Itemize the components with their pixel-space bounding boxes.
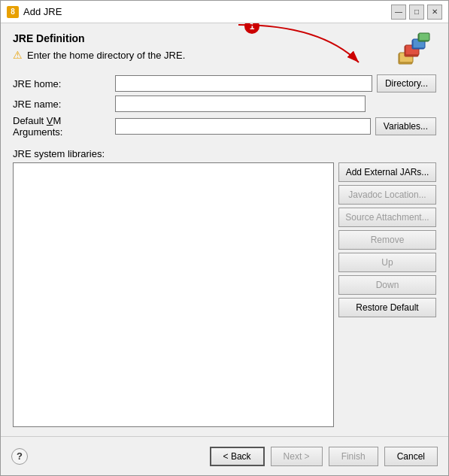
source-attachment-button[interactable]: Source Attachment... <box>338 208 436 227</box>
jre-name-label: JRE name: <box>13 99 111 110</box>
add-jre-window: 8 Add JRE — □ ✕ JRE Definition ⚠ Enter t… <box>0 0 449 476</box>
form-section: JRE home: Directory... JRE name: Default… <box>13 74 436 138</box>
default-vm-label: Default VM Arguments: <box>13 115 111 138</box>
app-icon: 8 <box>7 6 19 18</box>
jre-name-row: JRE name: <box>13 96 436 112</box>
next-button[interactable]: Next > <box>271 447 323 466</box>
directory-button[interactable]: Directory... <box>377 74 436 92</box>
books-icon <box>397 32 436 68</box>
warning-icon: ⚠ <box>13 49 23 61</box>
libraries-button-panel: Add External JARs... Javadoc Location...… <box>338 162 436 427</box>
restore-default-button[interactable]: Restore Default <box>338 298 436 317</box>
down-button[interactable]: Down <box>338 275 436 295</box>
jre-home-input[interactable] <box>115 75 372 92</box>
finish-button[interactable]: Finish <box>329 447 378 466</box>
title-bar: 8 Add JRE — □ ✕ <box>1 1 448 23</box>
remove-button[interactable]: Remove <box>338 230 436 250</box>
help-button[interactable]: ? <box>11 448 28 465</box>
maximize-button[interactable]: □ <box>409 5 424 20</box>
variables-button[interactable]: Variables... <box>375 117 436 135</box>
dialog-footer: ? < Back Next > Finish Cancel <box>1 436 448 475</box>
jre-home-row: JRE home: Directory... <box>13 74 436 92</box>
window-controls: — □ ✕ <box>391 5 442 20</box>
javadoc-location-button[interactable]: Javadoc Location... <box>338 185 436 205</box>
libraries-body: Add External JARs... Javadoc Location...… <box>13 162 436 427</box>
cancel-button[interactable]: Cancel <box>384 447 438 466</box>
info-message: Enter the home directory of the JRE. <box>27 50 185 61</box>
minimize-button[interactable]: — <box>391 5 406 20</box>
libraries-section: JRE system libraries: Add External JARs.… <box>13 148 436 427</box>
window-title: Add JRE <box>23 6 391 17</box>
up-button[interactable]: Up <box>338 253 436 272</box>
info-row: ⚠ Enter the home directory of the JRE. <box>13 49 185 61</box>
dialog-content: JRE Definition ⚠ Enter the home director… <box>1 23 448 436</box>
default-vm-input[interactable] <box>115 118 371 135</box>
default-vm-row: Default VM Arguments: Variables... <box>13 115 436 138</box>
section-title: JRE Definition <box>13 32 185 44</box>
jre-name-input[interactable] <box>115 96 366 112</box>
svg-rect-7 <box>419 33 429 41</box>
back-button[interactable]: < Back <box>210 447 265 466</box>
add-external-jars-button[interactable]: Add External JARs... <box>338 162 436 182</box>
libraries-list[interactable] <box>13 162 334 427</box>
close-button[interactable]: ✕ <box>427 5 442 20</box>
libraries-label: JRE system libraries: <box>13 148 436 159</box>
jre-home-label: JRE home: <box>13 78 111 89</box>
